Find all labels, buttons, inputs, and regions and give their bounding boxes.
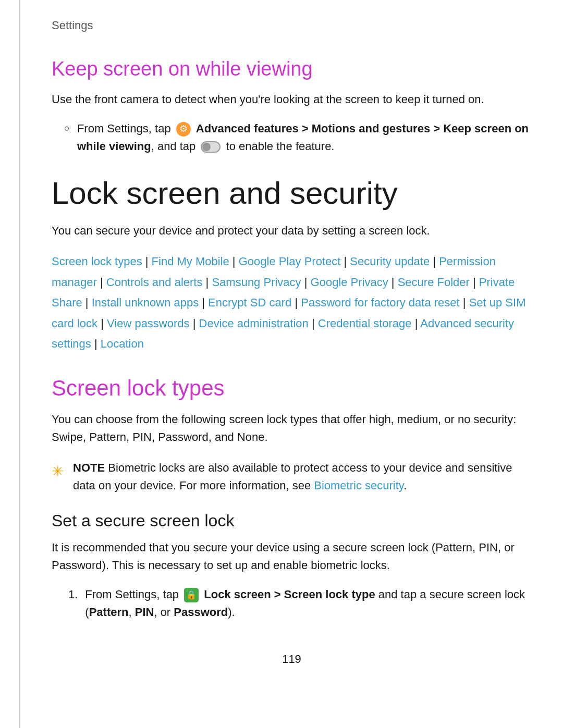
- link-view-passwords[interactable]: View passwords: [107, 317, 190, 330]
- page-number: 119: [52, 652, 532, 666]
- step-1-num: 1.: [68, 586, 78, 603]
- keep-screen-bullet-text: From Settings, tap Advanced features > M…: [77, 120, 532, 155]
- link-password-factory[interactable]: Password for factory data reset: [301, 296, 459, 309]
- note-text: NOTE Biometric locks are also available …: [73, 459, 532, 495]
- link-install-unknown[interactable]: Install unknown apps: [92, 296, 199, 309]
- bullet-circle-icon: ○: [64, 121, 70, 136]
- gear-icon: [176, 122, 191, 137]
- breadcrumb: Settings: [52, 19, 532, 32]
- link-google-play-protect[interactable]: Google Play Protect: [239, 255, 341, 268]
- step-1: 1. From Settings, tap Lock screen > Scre…: [68, 586, 532, 621]
- screen-lock-types-body: You can choose from the following screen…: [52, 411, 532, 446]
- lock-screen-major-title: Lock screen and security: [52, 176, 532, 211]
- step-1-bold1: Lock screen > Screen lock type: [204, 588, 375, 601]
- keep-screen-body: Use the front camera to detect when you'…: [52, 91, 532, 108]
- step-1-password: Password: [174, 606, 228, 619]
- lock-screen-intro: You can secure your device and protect y…: [52, 222, 532, 240]
- step-1-pattern: Pattern: [89, 606, 129, 619]
- link-location[interactable]: Location: [101, 337, 144, 350]
- link-credential-storage[interactable]: Credential storage: [318, 317, 412, 330]
- note-label: NOTE: [73, 461, 105, 474]
- link-biometric-security[interactable]: Biometric security: [314, 479, 403, 492]
- secure-lock-body: It is recommended that you secure your d…: [52, 539, 532, 574]
- lock-icon: [184, 588, 199, 602]
- link-secure-folder[interactable]: Secure Folder: [398, 276, 470, 289]
- keep-screen-title: Keep screen on while viewing: [52, 57, 532, 81]
- link-samsung-privacy[interactable]: Samsung Privacy: [212, 276, 301, 289]
- link-security-update[interactable]: Security update: [350, 255, 430, 268]
- secure-lock-heading: Set a secure screen lock: [52, 511, 532, 530]
- step-1-pin: PIN: [135, 606, 154, 619]
- links-block: Screen lock types | Find My Mobile | Goo…: [52, 251, 532, 354]
- screen-lock-types-title: Screen lock types: [52, 375, 532, 401]
- link-find-my-mobile[interactable]: Find My Mobile: [152, 255, 229, 268]
- toggle-icon: [201, 141, 221, 153]
- page-container: Settings Keep screen on while viewing Us…: [19, 0, 563, 728]
- link-google-privacy[interactable]: Google Privacy: [311, 276, 388, 289]
- step-1-text: From Settings, tap Lock screen > Screen …: [85, 586, 532, 621]
- link-screen-lock-types[interactable]: Screen lock types: [52, 255, 142, 268]
- keep-screen-bullet: ○ From Settings, tap Advanced features >…: [64, 120, 532, 155]
- sun-icon: ✳: [52, 460, 64, 483]
- link-controls-alerts[interactable]: Controls and alerts: [106, 276, 203, 289]
- keep-screen-bold-text: Advanced features > Motions and gestures…: [77, 122, 529, 153]
- note-block: ✳ NOTE Biometric locks are also availabl…: [52, 459, 532, 495]
- link-encrypt-sd[interactable]: Encrypt SD card: [208, 296, 291, 309]
- link-device-admin[interactable]: Device administration: [199, 317, 309, 330]
